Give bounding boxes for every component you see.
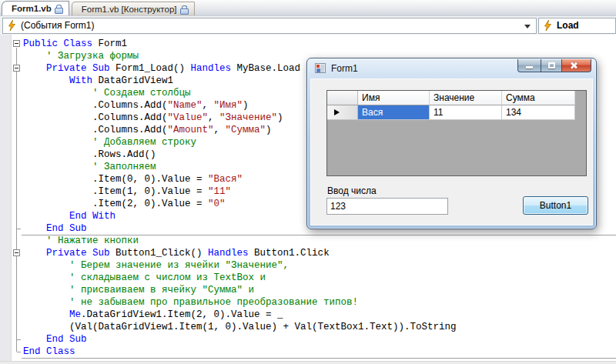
form1-titlebar[interactable]: Form1 (307, 58, 596, 78)
grid-header-cell[interactable]: Сумма (502, 91, 575, 105)
grid-cell[interactable]: 11 (430, 105, 502, 120)
grid-header-cell[interactable]: Имя (358, 91, 430, 105)
code-line[interactable]: Me.DataGridView1.Item(2, 0).Value = _ (0, 309, 616, 321)
grid-row-header[interactable] (327, 105, 358, 120)
procedure-separator (22, 235, 616, 235)
form1-title: Form1 (331, 63, 358, 74)
code-line[interactable]: Public Class Form1 (0, 38, 616, 50)
tab-form1-vb-designer[interactable]: Form1.vb [Конструктор] (72, 2, 195, 15)
code-line[interactable]: Private Sub Button1_Click() Handles Butt… (0, 247, 616, 259)
objects-events-combo[interactable]: (События Form1) (2, 18, 537, 34)
tab-label: Form1.vb (12, 4, 52, 13)
editor-navigation-bar: (События Form1) Load (0, 15, 616, 35)
datagridview[interactable]: ИмяЗначениеСуммаВася11134 (326, 90, 587, 176)
handler-combo-value: Load (557, 20, 579, 31)
lightning-icon (544, 20, 552, 31)
code-line[interactable]: ' не забываем про правильное преобразова… (0, 296, 616, 309)
grid-header-cell[interactable]: Значение (430, 91, 502, 105)
form1-client-area: ИмяЗначениеСуммаВася11134 Ввод числа But… (310, 78, 593, 225)
code-line[interactable]: End Sub (0, 333, 616, 346)
code-line[interactable]: ' Берем значение из ячейки "Значение", (0, 259, 616, 272)
number-textbox[interactable] (326, 198, 448, 215)
events-combo-value: (События Form1) (21, 20, 95, 31)
code-line[interactable]: ' присваиваем в ячейку "Сумма" и (0, 284, 616, 296)
event-handler-combo[interactable]: Load (538, 18, 616, 34)
vs-ide-window: Form1.vb Form1.vb [Конструктор] (События… (0, 0, 616, 364)
code-line[interactable]: ' складываем с числом из TextBox и (0, 272, 616, 284)
window-controls (517, 59, 591, 72)
button1[interactable]: Button1 (523, 196, 588, 215)
minimize-icon (526, 66, 533, 68)
procedure-separator (22, 358, 616, 359)
winforms-app-icon (315, 63, 326, 73)
lightning-icon (8, 20, 16, 31)
collapse-region-box[interactable] (13, 40, 20, 47)
current-row-arrow-icon (334, 109, 340, 115)
editor-bottom-edge (0, 361, 616, 364)
code-line[interactable]: (Val(DataGridView1.Item(1, 0).Value) + V… (0, 321, 616, 333)
close-button[interactable] (562, 59, 591, 72)
code-line[interactable]: ' Нажатие кнопки (0, 235, 616, 247)
grid-header-row: ИмяЗначениеСумма (327, 91, 586, 105)
collapse-region-box[interactable] (13, 249, 20, 256)
minimize-button[interactable] (517, 59, 541, 72)
collapse-region-box[interactable] (13, 65, 20, 72)
grid-corner-cell[interactable] (327, 91, 358, 105)
lock-icon (55, 5, 62, 12)
code-line[interactable]: End Class (0, 346, 616, 358)
form1-window[interactable]: Form1 ИмяЗначениеСуммаВася11134 Ввод чис… (306, 58, 597, 229)
lock-icon (180, 5, 187, 13)
grid-data-row: Вася11134 (327, 105, 586, 120)
tab-form1-vb-code[interactable]: Form1.vb (2, 1, 69, 15)
chevron-down-icon[interactable] (524, 25, 531, 28)
document-tab-strip: Form1.vb Form1.vb [Конструктор] (0, 0, 616, 15)
maximize-button[interactable] (541, 59, 562, 72)
grid-cell[interactable]: Вася (358, 105, 430, 120)
input-label: Ввод числа (327, 185, 377, 196)
grid-cell[interactable]: 134 (502, 105, 575, 120)
tab-label: Form1.vb [Конструктор] (82, 5, 177, 14)
maximize-icon (548, 62, 555, 68)
